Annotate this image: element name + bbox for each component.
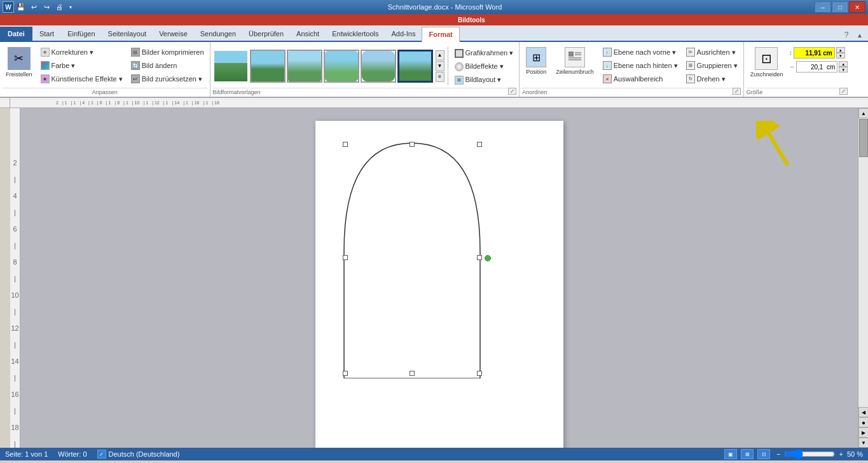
gallery-item-5[interactable]: [361, 50, 396, 83]
height-up-btn[interactable]: ▲: [836, 47, 845, 53]
zoom-level: 50 %: [847, 450, 863, 458]
view-fullscreen-btn[interactable]: ⊠: [741, 449, 754, 459]
page-info: Seite: 1 von 1: [5, 450, 48, 458]
gallery-scroll-down-btn[interactable]: ▼: [436, 61, 444, 71]
gallery-scroll-up-btn[interactable]: ▲: [436, 50, 444, 60]
bildtools-label: Bildtools: [450, 15, 517, 25]
bildlayout-btn[interactable]: ⊞ Bildlayout ▾: [451, 74, 517, 86]
gallery-item-3[interactable]: [287, 50, 322, 83]
status-bar: Seite: 1 von 1 Wörter: 0 ✓ Deutsch (Deut…: [0, 448, 868, 460]
language-label[interactable]: Deutsch (Deutschland): [109, 450, 180, 458]
width-up-btn[interactable]: ▲: [839, 61, 848, 67]
bild-zuruecksetzen-btn[interactable]: ↩ Bild zurücksetzen ▾: [128, 73, 207, 85]
auswahlbereich-btn[interactable]: ≡ Auswahlbereich: [600, 73, 681, 85]
drehen-btn[interactable]: ↻ Drehen ▾: [683, 73, 741, 85]
redo-qat-btn[interactable]: ↪: [41, 2, 52, 12]
bildeffekte-btn[interactable]: Bildeffekte ▾: [451, 60, 517, 73]
tab-ansicht[interactable]: Ansicht: [290, 27, 326, 41]
scrollbar-vertical[interactable]: ▲ ◀ ● ▶ ▼: [858, 108, 868, 448]
ausrichten-btn[interactable]: ⊫ Ausrichten ▾: [683, 46, 741, 59]
rotation-handle[interactable]: [485, 255, 491, 261]
scroll-down-btn[interactable]: ▼: [858, 438, 868, 448]
qat-dropdown-btn[interactable]: ▾: [66, 2, 75, 12]
height-input[interactable]: [794, 47, 835, 59]
view-web-btn[interactable]: ⊡: [757, 449, 770, 459]
groesse-group-label: Größe: [747, 88, 840, 95]
handle-top-center[interactable]: [410, 142, 415, 147]
ebene-nach-vorne-btn[interactable]: ↑ Ebene nach vorne ▾: [600, 46, 681, 59]
tab-datei[interactable]: Datei: [0, 27, 32, 41]
zoom-slider[interactable]: [784, 452, 835, 457]
spelling-icon[interactable]: ✓: [97, 450, 106, 459]
zuschneiden-btn[interactable]: ⊡ Zuschneiden: [747, 45, 787, 80]
gallery-item-1[interactable]: [213, 50, 249, 83]
bildformatvorlagen-group-label: Bildformatvorlagen: [213, 88, 509, 95]
anordnen-group: ⊞ Position Zeilenu: [520, 42, 743, 97]
zeilenumbruch-btn[interactable]: Zeilenumbruch: [552, 45, 598, 78]
tab-seitenlayout[interactable]: Seitenlayout: [102, 27, 153, 41]
select-browse-btn[interactable]: ●: [858, 417, 868, 427]
maximize-btn[interactable]: □: [832, 1, 848, 13]
ebene-nach-hinten-btn[interactable]: ↓ Ebene nach hinten ▾: [600, 59, 681, 72]
grafikrahmen-btn[interactable]: Grafikrahmen ▾: [451, 47, 517, 60]
freistellen-btn[interactable]: ✂ Freistellen: [3, 45, 36, 80]
tab-sendungen[interactable]: Sendungen: [194, 27, 242, 41]
width-down-btn[interactable]: ▼: [839, 67, 848, 73]
document-canvas[interactable]: [20, 108, 858, 448]
tab-ueberpruefen[interactable]: Überprüfen: [242, 27, 290, 41]
gallery-item-4[interactable]: [324, 50, 359, 83]
position-btn[interactable]: ⊞ Position: [522, 45, 550, 78]
width-input[interactable]: [796, 61, 837, 73]
yellow-arrow-annotation: [756, 121, 794, 173]
groesse-expand-btn[interactable]: ⤢: [839, 88, 848, 95]
tab-verweise[interactable]: Verweise: [153, 27, 194, 41]
next-page-btn[interactable]: ▶: [858, 427, 868, 438]
anordnen-expand-btn[interactable]: ⤢: [733, 88, 741, 95]
farbe-btn[interactable]: Farbe ▾: [38, 59, 126, 72]
undo-qat-btn[interactable]: ↩: [28, 2, 39, 12]
handle-bottom-left[interactable]: [343, 371, 348, 376]
scroll-track: [858, 118, 868, 407]
bildformatvorlagen-group: ▲ ▼ ≡ Grafikrahmen ▾ Bildeffekte ▾ ⊞ Bil…: [210, 42, 520, 97]
tab-einfuegen[interactable]: Einfügen: [61, 27, 101, 41]
document-page: [315, 121, 563, 448]
gallery-item-2[interactable]: [250, 50, 286, 83]
save-qat-btn[interactable]: 💾: [15, 2, 27, 12]
handle-bottom-right[interactable]: [477, 371, 482, 376]
print-qat-btn[interactable]: 🖨: [53, 2, 65, 12]
handle-top-right[interactable]: [477, 142, 482, 147]
svg-rect-0: [568, 52, 574, 57]
gallery-more-btn[interactable]: ≡: [436, 72, 444, 82]
tab-entwicklertools[interactable]: Entwicklertools: [326, 27, 385, 41]
minimize-btn[interactable]: –: [815, 1, 831, 13]
ribbon-help-btn[interactable]: ?: [841, 29, 852, 41]
korrekturen-btn[interactable]: ☀ Korrekturen ▾: [38, 46, 126, 59]
ruler-horizontal: 2 | 1 | 1 | 4 | 1 | 6 | 1 | 8 | 1 | 10 |: [10, 98, 868, 108]
shape-container[interactable]: [338, 137, 487, 378]
ribbon-collapse-btn[interactable]: ▲: [854, 29, 865, 41]
height-down-btn[interactable]: ▼: [836, 53, 845, 59]
gallery-item-6-selected[interactable]: [397, 50, 433, 83]
scroll-up-btn[interactable]: ▲: [858, 108, 868, 118]
anpassen-group: ✂ Freistellen ☀ Korrekturen ▾ Farbe ▾ ★ …: [0, 42, 210, 97]
handle-top-left[interactable]: [343, 142, 348, 147]
word-count: Wörter: 0: [58, 450, 86, 458]
bild-aendern-btn[interactable]: 🔄 Bild ändern: [128, 59, 207, 72]
bildformatvorlagen-expand-btn[interactable]: ⤢: [508, 88, 516, 95]
scroll-thumb[interactable]: [859, 119, 868, 157]
tab-addins[interactable]: Add-Ins: [385, 27, 422, 41]
handle-bottom-center[interactable]: [410, 371, 415, 376]
kuenstlerische-effekte-btn[interactable]: ★ Künstlerische Effekte ▾: [38, 73, 126, 85]
prev-page-btn[interactable]: ◀: [858, 407, 868, 417]
tab-start[interactable]: Start: [32, 27, 61, 41]
ruler-vertical: 2|4|6|8|10|12|14|16|18|20|22|24: [10, 108, 20, 448]
title-bar-title: Schnittvorlage.docx - Microsoft Word: [75, 3, 815, 11]
handle-mid-right[interactable]: [477, 255, 482, 260]
anordnen-group-label: Anordnen: [522, 88, 732, 95]
bilder-komprimieren-btn[interactable]: ⊟ Bilder komprimieren: [128, 46, 207, 59]
handle-mid-left[interactable]: [343, 255, 348, 260]
tab-format[interactable]: Format: [422, 27, 459, 42]
view-print-btn[interactable]: ▣: [724, 449, 737, 459]
gruppieren-btn[interactable]: ⊞ Gruppieren ▾: [683, 59, 741, 72]
close-btn[interactable]: ✕: [849, 1, 865, 13]
